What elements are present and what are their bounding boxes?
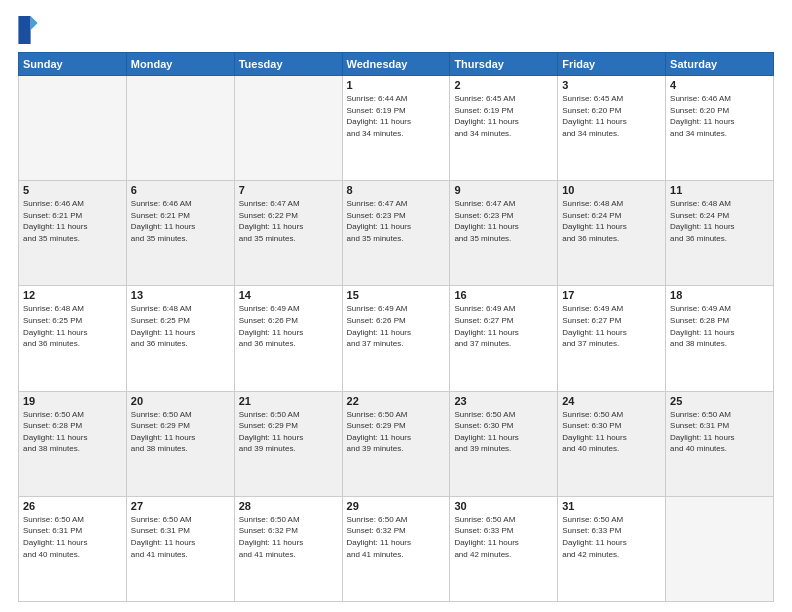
calendar-cell-3-1: 12Sunrise: 6:48 AM Sunset: 6:25 PM Dayli… (19, 286, 127, 391)
day-number: 3 (562, 79, 661, 91)
day-info: Sunrise: 6:50 AM Sunset: 6:30 PM Dayligh… (454, 409, 553, 455)
calendar-cell-2-7: 11Sunrise: 6:48 AM Sunset: 6:24 PM Dayli… (666, 181, 774, 286)
calendar-cell-5-2: 27Sunrise: 6:50 AM Sunset: 6:31 PM Dayli… (126, 496, 234, 601)
day-info: Sunrise: 6:48 AM Sunset: 6:25 PM Dayligh… (23, 303, 122, 349)
day-number: 28 (239, 500, 338, 512)
weekday-header-saturday: Saturday (666, 53, 774, 76)
calendar-cell-5-1: 26Sunrise: 6:50 AM Sunset: 6:31 PM Dayli… (19, 496, 127, 601)
day-number: 14 (239, 289, 338, 301)
weekday-header-sunday: Sunday (19, 53, 127, 76)
day-info: Sunrise: 6:50 AM Sunset: 6:32 PM Dayligh… (239, 514, 338, 560)
day-number: 20 (131, 395, 230, 407)
day-number: 29 (347, 500, 446, 512)
calendar-cell-5-3: 28Sunrise: 6:50 AM Sunset: 6:32 PM Dayli… (234, 496, 342, 601)
weekday-header-tuesday: Tuesday (234, 53, 342, 76)
svg-rect-0 (18, 16, 30, 44)
calendar-cell-5-4: 29Sunrise: 6:50 AM Sunset: 6:32 PM Dayli… (342, 496, 450, 601)
calendar-cell-4-6: 24Sunrise: 6:50 AM Sunset: 6:30 PM Dayli… (558, 391, 666, 496)
day-info: Sunrise: 6:50 AM Sunset: 6:32 PM Dayligh… (347, 514, 446, 560)
calendar-cell-4-2: 20Sunrise: 6:50 AM Sunset: 6:29 PM Dayli… (126, 391, 234, 496)
calendar-cell-4-3: 21Sunrise: 6:50 AM Sunset: 6:29 PM Dayli… (234, 391, 342, 496)
day-info: Sunrise: 6:50 AM Sunset: 6:33 PM Dayligh… (454, 514, 553, 560)
day-info: Sunrise: 6:45 AM Sunset: 6:20 PM Dayligh… (562, 93, 661, 139)
day-number: 23 (454, 395, 553, 407)
day-number: 12 (23, 289, 122, 301)
svg-marker-1 (31, 16, 38, 30)
day-info: Sunrise: 6:47 AM Sunset: 6:23 PM Dayligh… (454, 198, 553, 244)
calendar-cell-5-6: 31Sunrise: 6:50 AM Sunset: 6:33 PM Dayli… (558, 496, 666, 601)
calendar-cell-2-1: 5Sunrise: 6:46 AM Sunset: 6:21 PM Daylig… (19, 181, 127, 286)
weekday-header-row: SundayMondayTuesdayWednesdayThursdayFrid… (19, 53, 774, 76)
day-info: Sunrise: 6:49 AM Sunset: 6:27 PM Dayligh… (562, 303, 661, 349)
day-info: Sunrise: 6:50 AM Sunset: 6:31 PM Dayligh… (131, 514, 230, 560)
day-info: Sunrise: 6:49 AM Sunset: 6:28 PM Dayligh… (670, 303, 769, 349)
day-number: 1 (347, 79, 446, 91)
calendar-cell-1-6: 3Sunrise: 6:45 AM Sunset: 6:20 PM Daylig… (558, 76, 666, 181)
week-row-4: 19Sunrise: 6:50 AM Sunset: 6:28 PM Dayli… (19, 391, 774, 496)
day-number: 7 (239, 184, 338, 196)
day-number: 5 (23, 184, 122, 196)
day-number: 4 (670, 79, 769, 91)
day-info: Sunrise: 6:48 AM Sunset: 6:24 PM Dayligh… (562, 198, 661, 244)
day-number: 6 (131, 184, 230, 196)
calendar-table: SundayMondayTuesdayWednesdayThursdayFrid… (18, 52, 774, 602)
day-number: 22 (347, 395, 446, 407)
calendar-cell-1-7: 4Sunrise: 6:46 AM Sunset: 6:20 PM Daylig… (666, 76, 774, 181)
day-number: 13 (131, 289, 230, 301)
logo-icon (18, 16, 38, 44)
day-info: Sunrise: 6:49 AM Sunset: 6:27 PM Dayligh… (454, 303, 553, 349)
day-info: Sunrise: 6:50 AM Sunset: 6:33 PM Dayligh… (562, 514, 661, 560)
day-number: 26 (23, 500, 122, 512)
day-number: 19 (23, 395, 122, 407)
day-number: 24 (562, 395, 661, 407)
header (18, 16, 774, 44)
calendar-cell-4-7: 25Sunrise: 6:50 AM Sunset: 6:31 PM Dayli… (666, 391, 774, 496)
day-info: Sunrise: 6:46 AM Sunset: 6:21 PM Dayligh… (23, 198, 122, 244)
calendar-cell-2-6: 10Sunrise: 6:48 AM Sunset: 6:24 PM Dayli… (558, 181, 666, 286)
day-info: Sunrise: 6:50 AM Sunset: 6:31 PM Dayligh… (670, 409, 769, 455)
day-info: Sunrise: 6:50 AM Sunset: 6:28 PM Dayligh… (23, 409, 122, 455)
calendar-cell-2-2: 6Sunrise: 6:46 AM Sunset: 6:21 PM Daylig… (126, 181, 234, 286)
page: SundayMondayTuesdayWednesdayThursdayFrid… (0, 0, 792, 612)
weekday-header-wednesday: Wednesday (342, 53, 450, 76)
calendar-cell-3-2: 13Sunrise: 6:48 AM Sunset: 6:25 PM Dayli… (126, 286, 234, 391)
day-info: Sunrise: 6:46 AM Sunset: 6:21 PM Dayligh… (131, 198, 230, 244)
day-info: Sunrise: 6:50 AM Sunset: 6:29 PM Dayligh… (347, 409, 446, 455)
logo (18, 16, 40, 44)
day-info: Sunrise: 6:47 AM Sunset: 6:22 PM Dayligh… (239, 198, 338, 244)
calendar-cell-1-1 (19, 76, 127, 181)
week-row-3: 12Sunrise: 6:48 AM Sunset: 6:25 PM Dayli… (19, 286, 774, 391)
calendar-cell-3-5: 16Sunrise: 6:49 AM Sunset: 6:27 PM Dayli… (450, 286, 558, 391)
week-row-1: 1Sunrise: 6:44 AM Sunset: 6:19 PM Daylig… (19, 76, 774, 181)
calendar-cell-4-1: 19Sunrise: 6:50 AM Sunset: 6:28 PM Dayli… (19, 391, 127, 496)
calendar-cell-4-5: 23Sunrise: 6:50 AM Sunset: 6:30 PM Dayli… (450, 391, 558, 496)
weekday-header-thursday: Thursday (450, 53, 558, 76)
calendar-cell-5-7 (666, 496, 774, 601)
day-number: 15 (347, 289, 446, 301)
weekday-header-monday: Monday (126, 53, 234, 76)
day-number: 31 (562, 500, 661, 512)
day-info: Sunrise: 6:49 AM Sunset: 6:26 PM Dayligh… (239, 303, 338, 349)
day-info: Sunrise: 6:50 AM Sunset: 6:30 PM Dayligh… (562, 409, 661, 455)
day-number: 25 (670, 395, 769, 407)
day-number: 27 (131, 500, 230, 512)
day-number: 10 (562, 184, 661, 196)
day-number: 9 (454, 184, 553, 196)
day-number: 8 (347, 184, 446, 196)
weekday-header-friday: Friday (558, 53, 666, 76)
calendar-cell-1-2 (126, 76, 234, 181)
week-row-5: 26Sunrise: 6:50 AM Sunset: 6:31 PM Dayli… (19, 496, 774, 601)
day-info: Sunrise: 6:48 AM Sunset: 6:25 PM Dayligh… (131, 303, 230, 349)
calendar-cell-2-5: 9Sunrise: 6:47 AM Sunset: 6:23 PM Daylig… (450, 181, 558, 286)
day-number: 30 (454, 500, 553, 512)
calendar-cell-5-5: 30Sunrise: 6:50 AM Sunset: 6:33 PM Dayli… (450, 496, 558, 601)
day-info: Sunrise: 6:45 AM Sunset: 6:19 PM Dayligh… (454, 93, 553, 139)
calendar-cell-3-4: 15Sunrise: 6:49 AM Sunset: 6:26 PM Dayli… (342, 286, 450, 391)
day-number: 18 (670, 289, 769, 301)
week-row-2: 5Sunrise: 6:46 AM Sunset: 6:21 PM Daylig… (19, 181, 774, 286)
day-number: 21 (239, 395, 338, 407)
calendar-cell-1-3 (234, 76, 342, 181)
calendar-cell-2-4: 8Sunrise: 6:47 AM Sunset: 6:23 PM Daylig… (342, 181, 450, 286)
day-info: Sunrise: 6:46 AM Sunset: 6:20 PM Dayligh… (670, 93, 769, 139)
day-info: Sunrise: 6:47 AM Sunset: 6:23 PM Dayligh… (347, 198, 446, 244)
